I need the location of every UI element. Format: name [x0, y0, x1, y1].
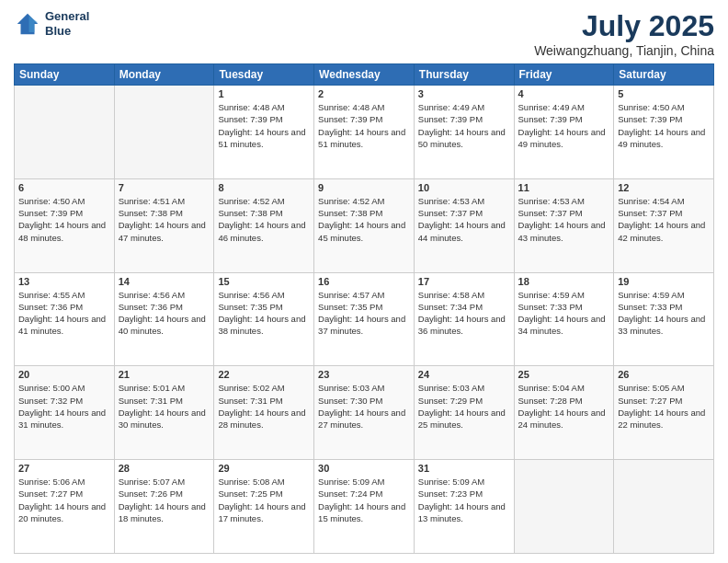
calendar-cell: 2Sunrise: 4:48 AM Sunset: 7:39 PM Daylig… [314, 86, 415, 179]
day-number: 4 [518, 88, 610, 99]
calendar-cell [614, 460, 714, 554]
day-number: 17 [418, 276, 510, 287]
calendar-cell: 4Sunrise: 4:49 AM Sunset: 7:39 PM Daylig… [514, 86, 614, 179]
day-number: 5 [618, 88, 710, 99]
day-info: Sunrise: 4:50 AM Sunset: 7:39 PM Dayligh… [18, 195, 110, 244]
day-info: Sunrise: 4:56 AM Sunset: 7:36 PM Dayligh… [119, 289, 210, 338]
day-info: Sunrise: 4:54 AM Sunset: 7:37 PM Dayligh… [618, 195, 710, 244]
calendar-cell: 9Sunrise: 4:52 AM Sunset: 7:38 PM Daylig… [314, 178, 415, 272]
day-info: Sunrise: 5:09 AM Sunset: 7:24 PM Dayligh… [318, 476, 410, 524]
day-info: Sunrise: 5:09 AM Sunset: 7:23 PM Dayligh… [418, 476, 510, 524]
day-info: Sunrise: 5:08 AM Sunset: 7:25 PM Dayligh… [218, 476, 310, 524]
day-number: 28 [119, 463, 210, 474]
calendar-cell: 19Sunrise: 4:59 AM Sunset: 7:33 PM Dayli… [614, 272, 714, 366]
calendar-cell: 21Sunrise: 5:01 AM Sunset: 7:31 PM Dayli… [114, 366, 214, 460]
calendar-cell: 27Sunrise: 5:06 AM Sunset: 7:27 PM Dayli… [15, 460, 115, 554]
day-number: 23 [318, 369, 410, 380]
day-info: Sunrise: 4:57 AM Sunset: 7:35 PM Dayligh… [318, 289, 410, 338]
day-header-tuesday: Tuesday [214, 64, 314, 86]
day-number: 18 [518, 276, 610, 287]
calendar-cell: 17Sunrise: 4:58 AM Sunset: 7:34 PM Dayli… [414, 272, 514, 366]
calendar-cell [114, 86, 214, 179]
calendar-cell: 20Sunrise: 5:00 AM Sunset: 7:32 PM Dayli… [15, 366, 115, 460]
day-info: Sunrise: 4:51 AM Sunset: 7:38 PM Dayligh… [119, 195, 210, 244]
day-header-wednesday: Wednesday [314, 64, 415, 86]
svg-marker-0 [17, 13, 39, 34]
calendar-cell: 22Sunrise: 5:02 AM Sunset: 7:31 PM Dayli… [214, 366, 314, 460]
calendar-cell: 14Sunrise: 4:56 AM Sunset: 7:36 PM Dayli… [114, 272, 214, 366]
day-number: 20 [18, 369, 110, 380]
day-info: Sunrise: 4:48 AM Sunset: 7:39 PM Dayligh… [218, 101, 310, 150]
day-header-thursday: Thursday [414, 64, 514, 86]
day-number: 24 [418, 369, 510, 380]
day-number: 29 [218, 463, 310, 474]
calendar-cell: 23Sunrise: 5:03 AM Sunset: 7:30 PM Dayli… [314, 366, 415, 460]
calendar-cell: 30Sunrise: 5:09 AM Sunset: 7:24 PM Dayli… [314, 460, 415, 554]
calendar-cell: 15Sunrise: 4:56 AM Sunset: 7:35 PM Dayli… [214, 272, 314, 366]
title-block: July 2025 Weiwangzhuang, Tianjin, China [534, 9, 714, 58]
day-info: Sunrise: 4:58 AM Sunset: 7:34 PM Dayligh… [418, 289, 510, 338]
day-info: Sunrise: 5:02 AM Sunset: 7:31 PM Dayligh… [218, 382, 310, 431]
day-info: Sunrise: 5:03 AM Sunset: 7:29 PM Dayligh… [418, 382, 510, 431]
day-info: Sunrise: 4:49 AM Sunset: 7:39 PM Dayligh… [418, 101, 510, 150]
calendar-cell: 25Sunrise: 5:04 AM Sunset: 7:28 PM Dayli… [514, 366, 614, 460]
day-info: Sunrise: 5:04 AM Sunset: 7:28 PM Dayligh… [518, 382, 610, 431]
day-info: Sunrise: 5:00 AM Sunset: 7:32 PM Dayligh… [18, 382, 110, 431]
day-info: Sunrise: 5:07 AM Sunset: 7:26 PM Dayligh… [119, 476, 210, 524]
day-number: 1 [218, 88, 310, 99]
main-title: July 2025 [534, 9, 714, 43]
day-number: 22 [218, 369, 310, 380]
calendar-cell: 18Sunrise: 4:59 AM Sunset: 7:33 PM Dayli… [514, 272, 614, 366]
day-number: 7 [119, 182, 210, 193]
calendar-table: SundayMondayTuesdayWednesdayThursdayFrid… [14, 63, 714, 554]
day-number: 6 [18, 182, 110, 193]
calendar-cell: 13Sunrise: 4:55 AM Sunset: 7:36 PM Dayli… [15, 272, 115, 366]
logo-icon [14, 10, 41, 38]
day-header-sunday: Sunday [15, 64, 115, 86]
day-info: Sunrise: 4:52 AM Sunset: 7:38 PM Dayligh… [218, 195, 310, 244]
calendar-cell: 12Sunrise: 4:54 AM Sunset: 7:37 PM Dayli… [614, 178, 714, 272]
day-number: 12 [618, 182, 710, 193]
day-info: Sunrise: 5:06 AM Sunset: 7:27 PM Dayligh… [18, 476, 110, 524]
day-header-monday: Monday [114, 64, 214, 86]
day-info: Sunrise: 4:56 AM Sunset: 7:35 PM Dayligh… [218, 289, 310, 338]
calendar-cell: 8Sunrise: 4:52 AM Sunset: 7:38 PM Daylig… [214, 178, 314, 272]
day-number: 2 [318, 88, 410, 99]
day-number: 10 [418, 182, 510, 193]
day-number: 3 [418, 88, 510, 99]
day-number: 30 [318, 463, 410, 474]
day-info: Sunrise: 4:59 AM Sunset: 7:33 PM Dayligh… [518, 289, 610, 338]
calendar-cell: 26Sunrise: 5:05 AM Sunset: 7:27 PM Dayli… [614, 366, 714, 460]
day-header-friday: Friday [514, 64, 614, 86]
logo-text: General Blue [45, 9, 89, 38]
calendar-cell: 1Sunrise: 4:48 AM Sunset: 7:39 PM Daylig… [214, 86, 314, 179]
day-number: 14 [119, 276, 210, 287]
header: General Blue July 2025 Weiwangzhuang, Ti… [14, 9, 714, 58]
calendar-cell: 16Sunrise: 4:57 AM Sunset: 7:35 PM Dayli… [314, 272, 415, 366]
day-number: 15 [218, 276, 310, 287]
day-number: 16 [318, 276, 410, 287]
calendar-cell: 31Sunrise: 5:09 AM Sunset: 7:23 PM Dayli… [414, 460, 514, 554]
day-info: Sunrise: 4:55 AM Sunset: 7:36 PM Dayligh… [18, 289, 110, 338]
day-info: Sunrise: 4:50 AM Sunset: 7:39 PM Dayligh… [618, 101, 710, 150]
day-info: Sunrise: 4:48 AM Sunset: 7:39 PM Dayligh… [318, 101, 410, 150]
subtitle: Weiwangzhuang, Tianjin, China [534, 43, 714, 58]
day-number: 11 [518, 182, 610, 193]
day-info: Sunrise: 4:52 AM Sunset: 7:38 PM Dayligh… [318, 195, 410, 244]
day-number: 13 [18, 276, 110, 287]
calendar-cell: 3Sunrise: 4:49 AM Sunset: 7:39 PM Daylig… [414, 86, 514, 179]
day-info: Sunrise: 5:05 AM Sunset: 7:27 PM Dayligh… [618, 382, 710, 431]
day-info: Sunrise: 4:53 AM Sunset: 7:37 PM Dayligh… [518, 195, 610, 244]
day-number: 26 [618, 369, 710, 380]
day-number: 27 [18, 463, 110, 474]
day-info: Sunrise: 4:53 AM Sunset: 7:37 PM Dayligh… [418, 195, 510, 244]
day-number: 25 [518, 369, 610, 380]
calendar-cell: 24Sunrise: 5:03 AM Sunset: 7:29 PM Dayli… [414, 366, 514, 460]
calendar-cell: 6Sunrise: 4:50 AM Sunset: 7:39 PM Daylig… [15, 178, 115, 272]
day-number: 31 [418, 463, 510, 474]
calendar-cell [15, 86, 115, 179]
day-info: Sunrise: 5:03 AM Sunset: 7:30 PM Dayligh… [318, 382, 410, 431]
day-number: 8 [218, 182, 310, 193]
day-info: Sunrise: 5:01 AM Sunset: 7:31 PM Dayligh… [119, 382, 210, 431]
calendar-cell: 29Sunrise: 5:08 AM Sunset: 7:25 PM Dayli… [214, 460, 314, 554]
